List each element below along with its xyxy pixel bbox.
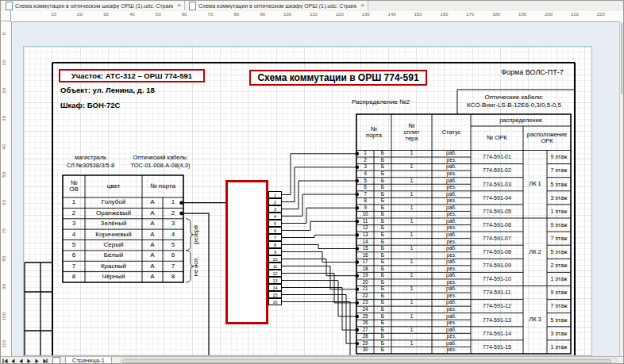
vertical-scrollbar[interactable]	[619, 21, 624, 356]
distribution-label: Распределение №2	[352, 99, 410, 105]
vertical-scrollbar-thumb[interactable]	[621, 23, 624, 94]
dist-cell-port: 19	[356, 272, 374, 279]
h-ruler-label: 30	[98, 12, 109, 17]
dist-cell-port: 2	[356, 157, 374, 164]
page-tab[interactable]: Страница-1	[65, 357, 112, 364]
h-ruler-label: 130	[359, 12, 370, 17]
dist-cell-module: Б	[374, 211, 391, 218]
trunk-cell-module: А	[142, 261, 163, 271]
dist-cell-module: Б	[374, 347, 391, 354]
nav-first-page-button[interactable]	[2, 358, 9, 364]
dist-cell-port: 28	[356, 333, 374, 340]
trunk-cell-color: Оранжевый	[85, 208, 142, 218]
v-ruler-label: 20	[2, 88, 6, 101]
v-ruler-label: 40	[2, 144, 6, 157]
dist-cell-status: рез.	[432, 306, 471, 313]
trunk-cell-module: А	[142, 251, 163, 261]
dist-cell-port: 20	[356, 279, 374, 286]
dist-cell-status: рез.	[432, 252, 471, 259]
dist-cell-status: рез.	[432, 211, 471, 218]
dist-cell-floor: 5 этаж	[547, 245, 571, 259]
dist-cell-module: Б	[374, 239, 391, 246]
insert-page-icon[interactable]	[52, 357, 60, 364]
trunk-cell-port: 3	[163, 219, 183, 229]
dist-cell-module: Б	[374, 293, 391, 300]
document-tab-1[interactable]: Схема коммутации в оптическом шкафу ОРШ …	[2, 1, 185, 10]
horizontal-scrollbar[interactable]	[120, 358, 618, 363]
dist-cell-ork: 774-591-09	[471, 259, 523, 272]
trunk-cell-color: Серый	[85, 240, 142, 251]
nav-next-page-button[interactable]	[33, 358, 40, 364]
dist-cell-ork: 774-591-05	[471, 205, 523, 218]
trunk-cell-module: А	[142, 229, 163, 239]
dist-cell-status: рез.	[432, 184, 471, 191]
splitter-shape[interactable]	[225, 180, 268, 324]
nav-last-page-button[interactable]	[41, 358, 48, 364]
reserve-brace-label: резерв	[192, 219, 200, 251]
trunk-header-port: № порта	[142, 175, 183, 197]
h-ruler-label: 60	[175, 12, 187, 17]
trunk-cell-ov: 2	[63, 208, 85, 218]
dist-cell-port: 18	[356, 266, 374, 273]
h-ruler-label: 200	[541, 12, 553, 17]
nav-prev-page-button[interactable]	[10, 358, 17, 364]
h-ruler-label: 40	[124, 12, 135, 17]
document-tab-2[interactable]: Схема коммутации в оптическом шкафу ОРШ …	[186, 1, 368, 10]
dist-cell-splitter: 1	[391, 300, 432, 307]
dist-cell-floor: 9 этаж	[547, 286, 571, 300]
dist-cell-port: 17	[356, 259, 374, 266]
document-icon	[6, 2, 13, 10]
splitter-port-9: 9	[268, 248, 282, 255]
dist-cell-status: раб.	[432, 300, 471, 307]
trunk-cell-ov: 6	[63, 251, 85, 261]
nav-next-button[interactable]	[25, 358, 33, 364]
section-label-box[interactable]: Участок: АТС-312 – ОРШ 774-591	[59, 69, 205, 82]
document-tab-title: Схема коммутации в оптическом шкафу ОРШ …	[15, 3, 173, 9]
splitter-port-12: 12	[268, 270, 282, 277]
dist-cell-port: 23	[356, 300, 374, 307]
h-ruler-label: 150	[411, 12, 422, 17]
dist-cell-ork: 774-591-15	[471, 340, 523, 354]
dist-cell-ork: 774-591-08	[471, 245, 523, 259]
dist-cell-port: 30	[356, 347, 374, 354]
splitter-port-7: 7	[268, 234, 282, 241]
splitter-port-5: 5	[268, 220, 282, 227]
dist-cell-module: Б	[374, 205, 391, 212]
dist-cell-status: раб.	[432, 232, 471, 239]
dist-cell-port: 21	[356, 286, 374, 293]
close-icon[interactable]: ×	[177, 2, 181, 9]
h-ruler-label: 160	[437, 12, 448, 17]
v-ruler-label: 30	[2, 116, 6, 128]
close-icon[interactable]: ×	[360, 2, 364, 9]
cabinet-label: Шкаф: БОН-72С	[60, 102, 120, 109]
scheme-title-box[interactable]: Схема коммутации в ОРШ 774-591	[249, 70, 427, 86]
dist-cell-module: Б	[374, 340, 391, 347]
scheme-title: Схема коммутации в ОРШ 774-591	[251, 71, 426, 84]
dist-cell-ork: 774-591-12	[471, 300, 523, 313]
dist-cell-floor: 3 этаж	[547, 191, 571, 205]
dist-cell-splitter: 1	[391, 313, 432, 320]
h-ruler-label: 50	[150, 12, 161, 17]
trunk-header-ov: № ОВ	[63, 175, 85, 197]
v-ruler-label: 100	[2, 312, 6, 325]
dist-cell-ork: 774-591-10	[471, 272, 523, 285]
dist-cell-port: 6	[356, 184, 374, 191]
optical-cable-caption-2: ТОС-01-008-А-08(4,0)	[125, 163, 196, 169]
h-ruler-label: 70	[202, 12, 213, 17]
dist-cell-port: 12	[356, 225, 374, 232]
dist-cell-status: рез.	[432, 157, 471, 164]
trunk-cell-port: 4	[163, 229, 183, 239]
form-label: Форма ВОЛС-ПТ-7	[487, 69, 578, 76]
nav-prev-button[interactable]	[17, 358, 25, 364]
v-ruler-label: 80	[2, 256, 6, 269]
dist-cell-splitter: 1	[391, 272, 432, 279]
horizontal-scrollbar-thumb[interactable]	[122, 359, 611, 363]
dist-cell-status: раб.	[432, 286, 471, 293]
dist-cell-port: 27	[356, 327, 374, 334]
trunk-cell-module: А	[142, 197, 163, 208]
dist-cell-status: рез.	[432, 171, 471, 178]
dist-cell-module: Б	[374, 197, 391, 205]
dist-cell-module: Б	[374, 245, 391, 252]
h-ruler-label: 170	[463, 12, 474, 17]
trunk-caption-1: магистраль	[62, 155, 119, 161]
